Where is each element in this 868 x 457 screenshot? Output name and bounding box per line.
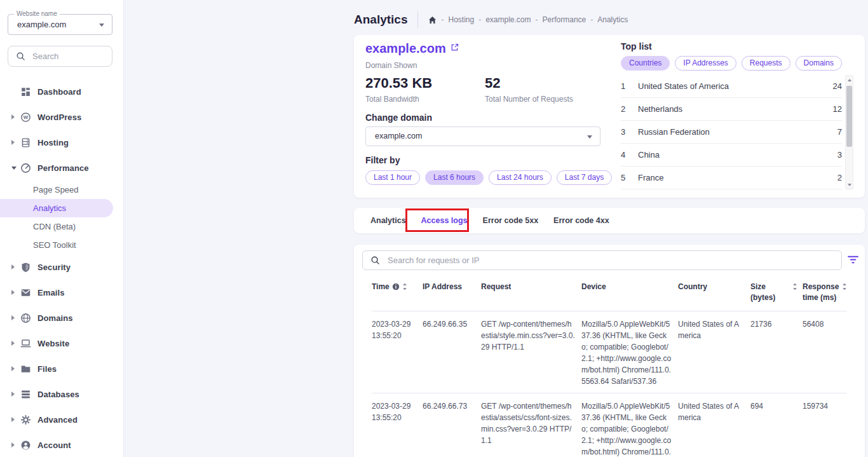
- sidebar-item-dashboard[interactable]: Dashboard: [0, 79, 123, 104]
- chevron-right-icon: [11, 392, 19, 397]
- security-icon: [20, 262, 31, 273]
- sidebar-item-label: Website: [37, 339, 69, 348]
- sort-icon[interactable]: [402, 283, 407, 290]
- sidebar-subitem-page-speed[interactable]: Page Speed: [0, 181, 113, 199]
- logs-search: [362, 250, 842, 270]
- column-header-time[interactable]: Time: [372, 282, 423, 303]
- page-title: Analytics: [354, 13, 407, 27]
- scrollbar-thumb[interactable]: [846, 86, 852, 147]
- sidebar-subitem-analytics[interactable]: Analytics: [0, 199, 113, 217]
- stat-bandwidth-label: Total Bandwidth: [365, 95, 485, 104]
- files-icon: [20, 364, 31, 374]
- emails-icon: [20, 287, 31, 298]
- website-selector-value: example.com: [8, 15, 112, 34]
- toplist-name: France: [638, 173, 837, 182]
- filter-icon[interactable]: [847, 254, 859, 265]
- table-row: 2023-03-29 13:55:2066.249.66.73GET /wp-c…: [372, 393, 847, 457]
- website-icon: [20, 338, 31, 349]
- time-filter-last-7-days[interactable]: Last 7 days: [557, 170, 612, 185]
- sidebar-item-databases[interactable]: Databases: [0, 381, 123, 407]
- tab-analytics[interactable]: Analytics: [363, 208, 414, 233]
- log-table-header: TimeIP AddressRequestDeviceCountrySize (…: [372, 278, 847, 311]
- toplist-scrollbar[interactable]: [845, 75, 853, 189]
- info-icon[interactable]: [392, 283, 400, 290]
- sidebar-nav: DashboardWWordPressHostingPerformancePag…: [0, 79, 123, 457]
- website-selector-label: Website name: [14, 10, 60, 17]
- domain-select[interactable]: example.com: [365, 126, 600, 146]
- scroll-down-arrow[interactable]: [846, 181, 853, 189]
- main-content: Analytics -Hosting-example.com-Performan…: [354, 0, 865, 457]
- sidebar-item-performance[interactable]: Performance: [0, 155, 123, 181]
- cell-device: Mozilla/5.0 AppleWebKit/537.36 (KHTML, l…: [581, 400, 678, 457]
- breadcrumb-item-performance[interactable]: Performance: [543, 15, 587, 24]
- sidebar-subitem-cdn-beta[interactable]: CDN (Beta): [0, 217, 113, 236]
- sort-icon[interactable]: [842, 283, 847, 290]
- toplist-chip-requests[interactable]: Requests: [742, 56, 790, 71]
- sidebar-item-label: Domains: [37, 313, 73, 323]
- cell-country: United States of America: [678, 400, 750, 457]
- tab-access-logs[interactable]: Access logs: [414, 208, 475, 233]
- chevron-down-icon: [99, 24, 104, 27]
- tab-error-code-5xx[interactable]: Error code 5xx: [475, 208, 546, 233]
- breadcrumb-separator: -: [478, 15, 481, 24]
- cell-response_time: 56408: [803, 318, 847, 387]
- filter-by-label: Filter by: [365, 155, 614, 165]
- time-filter-last-6-hours[interactable]: Last 6 hours: [425, 170, 484, 185]
- breadcrumb: -Hosting-example.com-Performance-Analyti…: [428, 15, 628, 24]
- toplist-chip-domains[interactable]: Domains: [796, 56, 842, 71]
- toplist-rank: 3: [621, 127, 638, 137]
- toplist-rows: 1United States of America242Netherlands1…: [621, 75, 842, 189]
- breadcrumb-item-example-com[interactable]: example.com: [485, 15, 531, 24]
- sidebar-item-label: Account: [37, 440, 71, 450]
- domain-name-link[interactable]: example.com: [365, 41, 446, 56]
- sidebar-item-domains[interactable]: Domains: [0, 305, 123, 331]
- sidebar-item-advanced[interactable]: Advanced: [0, 407, 123, 432]
- time-filter-last-1-hour[interactable]: Last 1 hour: [365, 170, 420, 185]
- breadcrumb-item-hosting[interactable]: Hosting: [448, 15, 474, 24]
- sidebar-item-label: Performance: [37, 163, 89, 173]
- toplist-chips: CountriesIP AddressesRequestsDomains: [621, 56, 856, 71]
- scroll-up-arrow[interactable]: [846, 76, 853, 84]
- chevron-right-icon: [11, 442, 19, 447]
- sidebar-item-label: Security: [37, 263, 71, 272]
- sidebar-item-label: Databases: [37, 390, 79, 399]
- column-header-request: Request: [481, 282, 581, 303]
- page-header: Analytics -Hosting-example.com-Performan…: [354, 10, 628, 29]
- cell-request: GET /wp-content/themes/hestia/style.min.…: [481, 318, 581, 387]
- sidebar: Website name example.com DashboardWWordP…: [0, 0, 124, 457]
- sidebar-subitem-seo-toolkit[interactable]: SEO Toolkit: [0, 236, 113, 254]
- cell-ip: 66.249.66.35: [423, 318, 481, 387]
- chevron-down-icon: [587, 135, 592, 139]
- toplist-rank: 1: [621, 81, 638, 91]
- column-header-size-bytes[interactable]: Size (bytes): [750, 282, 803, 303]
- home-icon[interactable]: [428, 16, 437, 24]
- toplist-chip-ip-addresses[interactable]: IP Addresses: [675, 56, 736, 71]
- databases-icon: [20, 389, 31, 400]
- sidebar-item-wordpress[interactable]: WWordPress: [0, 104, 123, 130]
- sidebar-item-label: Hosting: [37, 138, 69, 147]
- website-selector[interactable]: Website name example.com: [8, 14, 112, 35]
- column-header-label: Device: [581, 282, 606, 292]
- change-domain-label: Change domain: [365, 113, 614, 123]
- logs-search-input[interactable]: [386, 255, 834, 266]
- cell-size: 21736: [750, 318, 803, 387]
- sidebar-item-security[interactable]: Security: [0, 254, 123, 280]
- sidebar-item-website[interactable]: Website: [0, 331, 123, 356]
- cell-time: 2023-03-29 13:55:20: [372, 318, 423, 387]
- toplist-row: 1United States of America24: [621, 75, 842, 98]
- breadcrumb-item-analytics[interactable]: Analytics: [597, 15, 628, 24]
- sidebar-item-files[interactable]: Files: [0, 356, 123, 381]
- sidebar-item-account[interactable]: Account: [0, 432, 123, 457]
- domains-icon: [20, 313, 31, 324]
- sidebar-item-hosting[interactable]: Hosting: [0, 130, 123, 155]
- time-filter-last-24-hours[interactable]: Last 24 hours: [489, 170, 552, 185]
- access-logs-card: TimeIP AddressRequestDeviceCountrySize (…: [354, 245, 865, 457]
- toplist-chip-countries[interactable]: Countries: [621, 56, 670, 71]
- column-header-label: Response time (ms): [803, 282, 839, 303]
- sidebar-search-input[interactable]: [31, 51, 95, 62]
- column-header-response-time-ms[interactable]: Response time (ms): [803, 282, 847, 303]
- sort-icon[interactable]: [792, 283, 797, 290]
- external-link-icon[interactable]: [451, 43, 459, 51]
- sidebar-item-emails[interactable]: Emails: [0, 280, 123, 305]
- tab-error-code-4xx[interactable]: Error code 4xx: [546, 208, 617, 233]
